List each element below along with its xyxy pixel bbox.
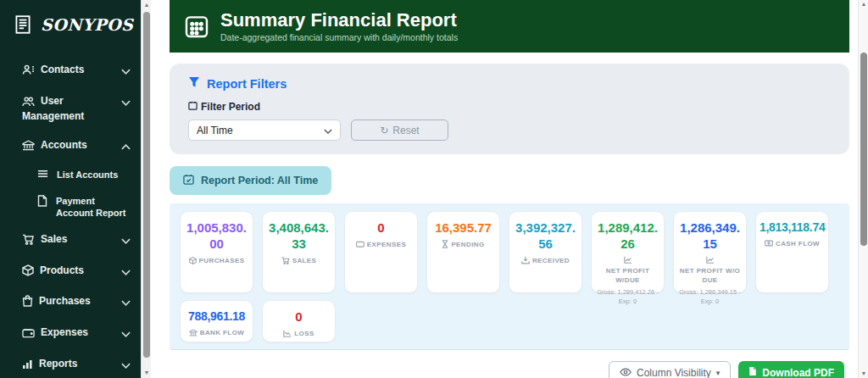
bank-icon bbox=[22, 140, 35, 155]
report-filters-title-row: Report Filters bbox=[188, 76, 831, 91]
brand[interactable]: SONYPOS bbox=[0, 0, 141, 44]
calendar-grid-icon bbox=[183, 13, 210, 40]
stat-label-row: RECEIVED bbox=[513, 256, 578, 265]
sidebar-menu: Contacts User Management bbox=[0, 56, 141, 378]
sidebar-scrollbar[interactable]: ▲ ▼ bbox=[141, 0, 151, 378]
list-icon bbox=[37, 169, 48, 181]
filter-period-value: All Time bbox=[197, 125, 233, 136]
sidebar-item-products[interactable]: Products bbox=[0, 257, 141, 288]
chevron-down-icon bbox=[121, 295, 131, 310]
box-icon bbox=[189, 257, 197, 264]
sidebar: SONYPOS Contacts User Management bbox=[0, 0, 141, 378]
chart-down-icon bbox=[283, 330, 292, 337]
stat-label: EXPENSES bbox=[367, 240, 406, 249]
stat-value: 1,286,349.15 bbox=[677, 220, 743, 253]
stat-label-row: PURCHASES bbox=[184, 256, 249, 265]
stat-card-net-profit-w-due: 1,289,412.26 NET PROFIT W/DUE Gross: 1,2… bbox=[591, 211, 665, 293]
chevron-down-icon bbox=[121, 233, 131, 248]
scroll-up-icon[interactable]: ▲ bbox=[142, 2, 152, 8]
report-period-badge: Report Period: All Time bbox=[170, 166, 331, 195]
wallet-icon bbox=[22, 328, 35, 342]
stat-card-loss: 0 LOSS bbox=[262, 300, 336, 342]
sidebar-item-contacts[interactable]: Contacts bbox=[0, 56, 141, 87]
stat-label-row: SALES bbox=[266, 256, 331, 265]
cart-icon bbox=[281, 257, 290, 264]
sidebar-item-accounts[interactable]: Accounts bbox=[0, 131, 141, 163]
ledger-icon bbox=[12, 14, 34, 36]
page-header: Summary Financial Report Date-aggregated… bbox=[170, 0, 849, 53]
stat-label: CASH FLOW bbox=[776, 239, 820, 248]
report-period-badge-text: Report Period: All Time bbox=[201, 175, 318, 186]
sidebar-scrollbar-thumb[interactable] bbox=[143, 12, 150, 358]
funnel-icon bbox=[188, 76, 200, 91]
stat-label-row: CASH FLOW bbox=[760, 239, 825, 248]
sidebar-item-sales[interactable]: Sales bbox=[0, 225, 141, 257]
filter-controls: All Time ↻ Reset bbox=[188, 120, 831, 141]
reset-button[interactable]: ↻ Reset bbox=[351, 120, 448, 141]
stat-label-row: BANK FLOW bbox=[184, 328, 249, 337]
download-pdf-button[interactable]: Download PDF bbox=[738, 361, 844, 378]
page-scrollbar-thumb[interactable] bbox=[860, 53, 867, 246]
chevron-down-icon bbox=[324, 125, 332, 136]
cart-icon bbox=[22, 234, 35, 249]
stats-row-2: 788,961.18 BANK FLOW 0 LOSS bbox=[180, 300, 839, 342]
bank-icon bbox=[189, 329, 198, 336]
calendar-icon bbox=[188, 101, 198, 113]
stat-card-net-profit-wo-due: 1,286,349.15 NET PROFIT W/O DUE Gross: 1… bbox=[673, 211, 747, 293]
stat-label: NET PROFIT W/DUE bbox=[595, 266, 660, 285]
stat-value: 1,289,412.26 bbox=[595, 220, 660, 253]
sidebar-item-purchases[interactable]: Purchases bbox=[0, 287, 141, 319]
stat-label-row: NET PROFIT W/O DUE bbox=[677, 256, 743, 285]
report-filters-title: Report Filters bbox=[207, 77, 287, 91]
report-filters-panel: Report Filters Filter Period All Time bbox=[170, 64, 849, 154]
wallet-icon bbox=[356, 241, 364, 247]
sidebar-item-reports[interactable]: Reports bbox=[0, 350, 141, 378]
filter-period-label: Filter Period bbox=[201, 101, 260, 113]
page-header-text: Summary Financial Report Date-aggregated… bbox=[220, 10, 458, 42]
stat-card-cash-flow: 1,813,118.74 CASH FLOW bbox=[755, 211, 829, 293]
stat-value: 16,395.77 bbox=[431, 220, 496, 236]
stat-label: NET PROFIT W/O DUE bbox=[677, 266, 743, 285]
sidebar-item-expenses[interactable]: Expenses bbox=[0, 319, 141, 350]
chevron-down-icon bbox=[121, 358, 131, 373]
calendar-check-icon bbox=[183, 174, 194, 187]
filter-period-select[interactable]: All Time bbox=[188, 120, 341, 141]
stat-value: 3,408,643.33 bbox=[266, 220, 331, 253]
sidebar-item-label: Products bbox=[40, 264, 84, 276]
chevron-down-icon bbox=[121, 64, 131, 79]
stat-label: RECEIVED bbox=[532, 256, 570, 265]
sidebar-item-label: Sales bbox=[41, 233, 67, 245]
users-icon bbox=[22, 97, 35, 111]
stat-value: 1,005,830.00 bbox=[184, 220, 249, 253]
sidebar-item-user-management[interactable]: User Management bbox=[0, 87, 141, 131]
stat-subtext: Gross: 1,286,349.15 - Exp: 0 bbox=[677, 287, 743, 307]
brand-name: SONYPOS bbox=[41, 15, 133, 34]
eye-icon bbox=[620, 367, 632, 378]
stat-label-row: PENDING bbox=[431, 240, 496, 249]
stat-label-row: NET PROFIT W/DUE bbox=[595, 256, 660, 285]
reset-button-label: Reset bbox=[392, 125, 419, 136]
stat-label: PURCHASES bbox=[199, 256, 245, 265]
page-scrollbar[interactable]: ▲ ▼ bbox=[858, 0, 868, 378]
stat-value: 788,961.18 bbox=[184, 309, 249, 325]
stat-label: BANK FLOW bbox=[200, 328, 244, 337]
refresh-icon: ↻ bbox=[380, 125, 388, 136]
contact-icon bbox=[22, 64, 35, 80]
sidebar-item-label: Reports bbox=[39, 358, 77, 370]
receive-icon bbox=[521, 256, 530, 264]
stat-value: 0 bbox=[266, 309, 331, 325]
stat-label-row: LOSS bbox=[266, 329, 331, 338]
scroll-down-icon[interactable]: ▼ bbox=[142, 370, 152, 376]
chevron-down-icon bbox=[121, 326, 131, 342]
stat-label: SALES bbox=[292, 256, 317, 265]
stat-label: LOSS bbox=[294, 329, 314, 338]
sidebar-item-list-accounts[interactable]: List Accounts bbox=[0, 162, 141, 187]
scroll-down-icon[interactable]: ▼ bbox=[859, 370, 868, 377]
scroll-up-icon[interactable]: ▲ bbox=[859, 1, 868, 8]
caret-down-icon: ▾ bbox=[716, 369, 721, 377]
chevron-up-icon bbox=[121, 139, 131, 154]
column-visibility-button[interactable]: Column Visibility ▾ bbox=[609, 361, 731, 378]
stat-value: 3,392,327.56 bbox=[513, 220, 578, 253]
download-pdf-label: Download PDF bbox=[762, 367, 834, 378]
sidebar-item-payment-account-report[interactable]: Payment Account Report bbox=[0, 188, 141, 226]
